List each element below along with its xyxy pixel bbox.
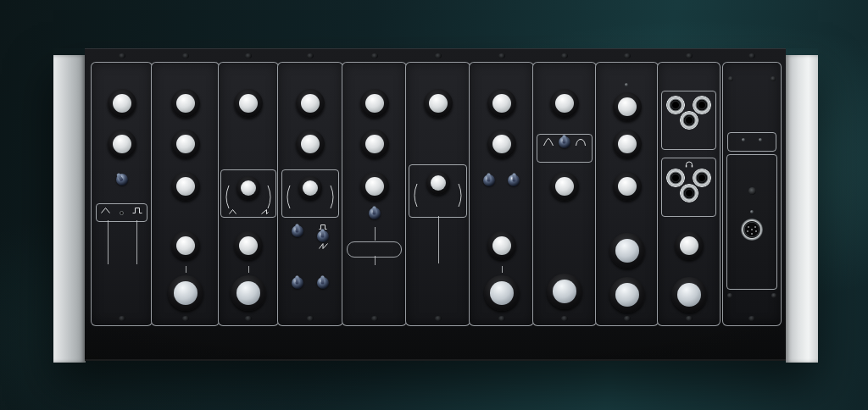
- midi-in-led: [750, 210, 754, 213]
- output-source-selector: [658, 271, 720, 322]
- power-indicator-box: [727, 132, 776, 152]
- section-branding-midi: [722, 62, 782, 326]
- decaytime-knob[interactable]: [545, 167, 584, 206]
- voct-cv-toggle[interactable]: [483, 175, 495, 186]
- frequency-knob[interactable]: [103, 84, 142, 123]
- octave-range-knob[interactable]: [291, 84, 330, 123]
- attenuator-knob[interactable]: [482, 226, 521, 265]
- screw-icon: [771, 76, 776, 81]
- section-oscillator-controller: [151, 62, 220, 326]
- octave-scale: [291, 84, 330, 123]
- attenuator-knob[interactable]: [166, 226, 205, 265]
- vca-decaytime-knob[interactable]: [608, 87, 647, 126]
- section-filter-controller: [469, 62, 534, 326]
- attacktime-knob[interactable]: [545, 84, 584, 123]
- signal-input-selector-knob[interactable]: [608, 275, 647, 314]
- wave-selector-dot: [120, 211, 124, 215]
- glide-knob[interactable]: [166, 125, 205, 163]
- key-cv-toggle[interactable]: [317, 277, 329, 289]
- connector-line: [375, 256, 376, 265]
- velo-cv-toggle[interactable]: [508, 175, 520, 186]
- section-envelope-generator: [532, 62, 597, 326]
- filter-characterization-box: [409, 164, 467, 218]
- audio-output-2-jack[interactable]: [693, 169, 711, 187]
- waveform-mix-knob[interactable]: [294, 172, 326, 204]
- sub-oscillator-level-knob[interactable]: [355, 125, 394, 163]
- filter-mod-source-selector-knob[interactable]: [482, 274, 521, 313]
- audio-outputs-box: [661, 158, 716, 217]
- amount-of-envelope-knob[interactable]: [482, 84, 521, 123]
- audio-output-1-jack[interactable]: [666, 169, 685, 187]
- wave-toggle[interactable]: [317, 230, 329, 242]
- filter-arc-right: [457, 182, 465, 209]
- sawtooth-wave-icon: [261, 209, 269, 214]
- cutoff-frequency-knob[interactable]: [419, 84, 458, 123]
- waveform-mix-knob[interactable]: [232, 172, 264, 204]
- midi-input-box: [726, 154, 777, 290]
- headphone-icon: [685, 161, 693, 168]
- screw-icon: [727, 293, 732, 298]
- control-input-selector-knob[interactable]: [608, 231, 647, 270]
- connector-line: [108, 220, 108, 264]
- section-vca: [595, 62, 659, 326]
- control-inputs-box: [661, 91, 716, 150]
- triangle-wave-icon: [101, 208, 110, 213]
- filter-modulation-knob[interactable]: [482, 125, 521, 163]
- envelope-dome-icon: [576, 138, 586, 147]
- section-audio-mixer: [342, 62, 407, 326]
- noisesignal-knob[interactable]: [355, 167, 394, 206]
- modulation-source-selector-knob[interactable]: [166, 274, 205, 313]
- mix-arc-left: [223, 184, 231, 211]
- kind-of-envelope-toggle[interactable]: [559, 136, 570, 148]
- octave-range-knob[interactable]: [229, 84, 268, 123]
- sawtooth-wave-icon: [319, 243, 328, 249]
- midi-din-connector[interactable]: [741, 219, 763, 241]
- connector-line: [136, 220, 137, 264]
- output-source-selector-knob[interactable]: [670, 275, 709, 314]
- emul-toggle[interactable]: [292, 277, 303, 289]
- audio-osc-output-selector: [219, 269, 278, 320]
- rack-rail-right: [786, 55, 818, 363]
- modulation-knob[interactable]: [166, 167, 205, 206]
- output-phone-knob[interactable]: [670, 226, 709, 265]
- velocity-amt-knob[interactable]: [608, 125, 647, 163]
- front-panel: [85, 48, 786, 361]
- envelope-spike-icon: [543, 138, 554, 147]
- filter-characterization-knob[interactable]: [422, 167, 454, 199]
- control-input-selector: [596, 227, 658, 278]
- trigger-input-selector-knob[interactable]: [545, 272, 584, 311]
- pitch-knob[interactable]: [291, 125, 330, 163]
- pulsewidth-knob[interactable]: [103, 125, 142, 163]
- rack-rail-left: [53, 55, 86, 363]
- gate-input-jack[interactable]: [680, 111, 698, 130]
- cv-input-jack[interactable]: [666, 96, 685, 114]
- kind-of-envelope-box: [537, 134, 593, 163]
- decay-led: [625, 83, 628, 86]
- sync-toggle[interactable]: [292, 225, 303, 237]
- section-audio-oscillator: [218, 62, 279, 326]
- screw-icon: [771, 293, 776, 298]
- waveform-mix-box: [281, 169, 339, 218]
- pos-12v-led: [759, 138, 762, 141]
- filter-mod-source-selector: [470, 269, 533, 320]
- audio-osc-output-selector-knob[interactable]: [229, 274, 268, 313]
- tune-knob[interactable]: [166, 84, 205, 123]
- waveform-mix-box: [220, 169, 276, 218]
- trigger-input-selector: [533, 268, 596, 319]
- modulation-source-selector: [152, 269, 219, 320]
- signal-input-selector: [596, 271, 658, 322]
- phone-output-jack[interactable]: [680, 184, 698, 202]
- audio-oscillator-level-knob[interactable]: [355, 84, 394, 123]
- filter-arc-left: [411, 182, 419, 209]
- attenuator-knob[interactable]: [229, 226, 268, 265]
- mix-arc-right: [329, 184, 337, 211]
- vel-input-jack[interactable]: [693, 96, 711, 114]
- noise-toggle[interactable]: [369, 208, 381, 219]
- mix-arc-left: [284, 184, 292, 211]
- output-level-knob[interactable]: [608, 167, 647, 206]
- octave-scale: [229, 84, 268, 123]
- pitch-scale: [291, 125, 330, 163]
- mode-button[interactable]: [748, 187, 756, 195]
- synthesizer-rack: [53, 48, 818, 360]
- oscillation-onoff-toggle[interactable]: [116, 174, 128, 186]
